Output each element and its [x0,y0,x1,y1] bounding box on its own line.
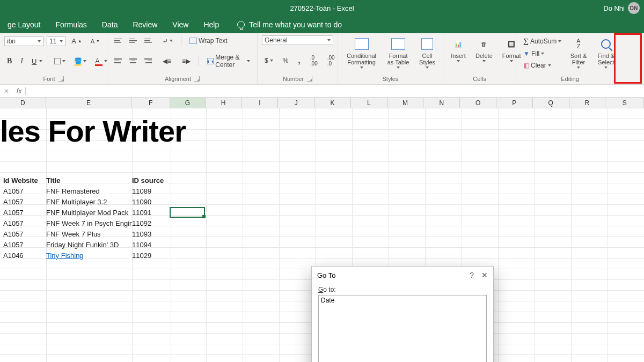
col-M[interactable]: M [387,98,424,108]
tab-formulas[interactable]: Formulas [48,17,94,32]
help-icon[interactable]: ? [470,271,474,279]
tab-review[interactable]: Review [125,17,165,32]
bulb-icon [237,21,245,28]
group-alignment: ⤾ Wrap Text ◀≡ ≡▶ Merge & Center Alignme… [107,33,258,84]
conditional-formatting-button[interactable]: Conditional Formatting [342,35,380,70]
sheet-heading: les For Writer [0,114,186,149]
col-L[interactable]: L [351,98,387,108]
data-table: Id WebsiteTitleID sourceA1057FNF Remaste… [3,175,167,261]
table-row[interactable]: A1057FNF Week 7 in Psych Engine11092 [3,218,167,228]
col-F[interactable]: F [131,98,170,108]
formula-input[interactable] [28,86,644,96]
sort-filter-button[interactable]: AZSort & Filter [566,35,590,70]
group-font: ibri 11 A▲ A▼ B I U 🪣 A Font [0,33,107,84]
group-number-label: Number [283,76,304,82]
group-styles-label: Styles [383,76,399,82]
underline-button[interactable]: U [29,56,45,67]
col-Q[interactable]: Q [533,98,569,108]
tab-page-layout[interactable]: ge Layout [0,17,48,32]
col-R[interactable]: R [569,98,606,108]
col-H[interactable]: H [206,98,242,108]
column-headers[interactable]: DEFGHIJKLMNOPQRS [0,98,644,108]
cancel-icon[interactable]: ✕ [0,87,13,95]
delete-button[interactable]: 🗑Delete [472,35,496,63]
tab-help[interactable]: Help [196,17,226,32]
col-G[interactable]: G [170,98,206,108]
goto-dialog: Go To ? ✕ Go to: Date Reference: Special… [311,266,494,362]
format-as-table-button[interactable]: Format as Table [384,35,413,70]
align-bottom-icon[interactable] [142,37,155,45]
italic-button[interactable]: I [18,55,26,67]
bold-button[interactable]: B [4,55,14,67]
increase-decimal-icon[interactable]: .0.00 [308,53,320,68]
increase-font-icon[interactable]: A▲ [69,35,85,47]
goto-listbox[interactable]: Date [318,295,487,362]
wrap-text-button[interactable]: Wrap Text [187,35,230,46]
clear-button[interactable]: ◧Clear [521,60,564,71]
col-E[interactable]: E [46,98,131,108]
orientation-icon[interactable]: ⤾ [160,35,175,46]
tell-me[interactable]: Tell me what you want to do [237,20,342,29]
find-select-button[interactable]: Find & Select [593,35,619,70]
alignment-dialog-launcher-icon[interactable] [194,76,200,82]
fill-button[interactable]: ▼Fill [521,48,564,59]
goto-list-item[interactable]: Date [321,297,484,304]
align-top-icon[interactable] [112,37,125,45]
formula-bar: ✕ fx [0,85,644,98]
comma-format-icon[interactable]: , [295,54,303,67]
close-icon[interactable]: ✕ [481,271,488,279]
group-cells: 📊Insert 🗑Delete 🔲Format Cells [443,33,516,84]
font-dialog-launcher-icon[interactable] [58,76,64,82]
table-row[interactable]: A1046Tiny Fishing11029 [3,250,167,261]
table-row[interactable]: A1057FNF Multiplayer Mod Pack11091 [3,207,167,218]
percent-format-icon[interactable]: % [280,55,291,66]
borders-button[interactable] [52,56,68,66]
number-dialog-launcher-icon[interactable] [307,76,312,82]
align-center-icon[interactable] [127,57,140,65]
align-left-icon[interactable] [112,57,125,65]
tab-data[interactable]: Data [94,17,126,32]
table-row[interactable]: A1057FNF Multiplayer 3.211090 [3,196,167,207]
group-font-label: Font [43,76,55,82]
insert-button[interactable]: 📊Insert [448,35,469,63]
find-icon [601,39,611,49]
fx-icon[interactable]: fx [13,87,26,95]
tell-me-label: Tell me what you want to do [249,20,342,29]
decrease-font-icon[interactable]: A▼ [88,36,103,46]
autosum-button[interactable]: ∑AutoSum [521,35,564,47]
increase-indent-icon[interactable]: ≡▶ [179,56,193,67]
col-N[interactable]: N [423,98,460,108]
decrease-decimal-icon[interactable]: .00.0 [325,53,338,68]
group-editing-label: Editing [561,76,579,82]
col-K[interactable]: K [314,98,351,108]
table-row[interactable]: A1057Friday Night Funkin' 3D11094 [3,239,167,250]
window-title: 270522-Toàn - Excel [290,4,354,12]
align-right-icon[interactable] [142,57,155,65]
active-cell[interactable] [170,207,205,218]
font-name-select[interactable]: ibri [4,36,43,46]
title-bar: 270522-Toàn - Excel Do Nhi DN [0,0,644,16]
col-S[interactable]: S [605,98,644,108]
cell-styles-button[interactable]: Cell Styles [416,35,438,70]
user-avatar[interactable]: DN [628,2,640,14]
col-O[interactable]: O [460,98,496,108]
worksheet[interactable]: les For Writer Id WebsiteTitleID sourceA… [0,108,644,362]
col-D[interactable]: D [0,98,46,108]
table-row[interactable]: A1057FNF Remastered11089 [3,186,167,196]
fill-color-button[interactable]: 🪣 [71,56,89,67]
merge-center-button[interactable]: Merge & Center [204,52,253,70]
goto-label: Go to: [318,286,487,293]
col-P[interactable]: P [496,98,533,108]
col-J[interactable]: J [278,98,314,108]
user-area[interactable]: Do Nhi DN [603,2,640,14]
number-format-select[interactable]: General [262,35,333,45]
tab-view[interactable]: View [165,17,196,32]
table-row[interactable]: A1057FNF Week 7 Plus11093 [3,228,167,239]
group-editing: ∑AutoSum ▼Fill ◧Clear AZSort & Filter Fi… [516,33,624,84]
group-alignment-label: Alignment [165,76,191,82]
align-middle-icon[interactable] [127,37,140,45]
decrease-indent-icon[interactable]: ◀≡ [160,56,174,67]
accounting-format-icon[interactable]: $ [262,55,276,66]
col-I[interactable]: I [242,98,279,108]
font-size-select[interactable]: 11 [47,36,65,46]
